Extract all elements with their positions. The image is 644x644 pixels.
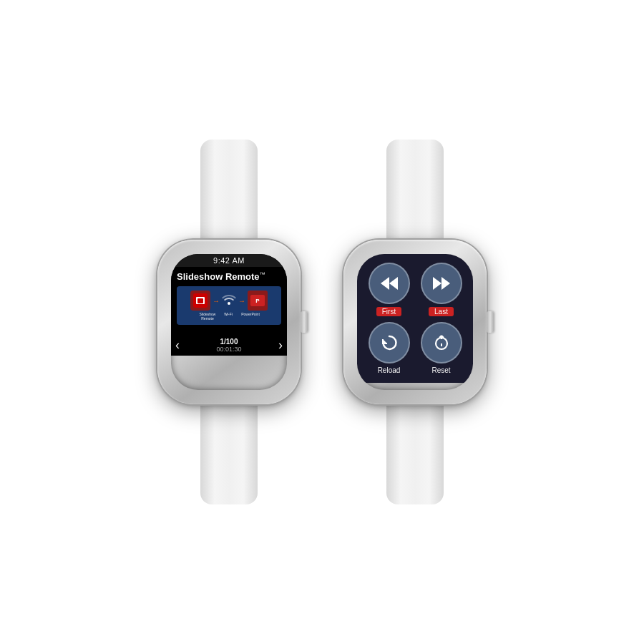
arrow-icon: →: [213, 297, 220, 305]
prev-slide-button[interactable]: ‹: [175, 338, 180, 353]
watch-case-2: First Last: [343, 240, 487, 404]
slideshow-remote-icon: [190, 291, 210, 311]
watch-crown-1: [301, 311, 308, 333]
status-time: 9:42 AM: [213, 256, 245, 265]
svg-marker-0: [381, 277, 389, 290]
status-bar: 9:42 AM: [171, 254, 287, 267]
arrow-icon-2: →: [238, 297, 245, 305]
watch-band-top-1: [200, 140, 258, 240]
watch-crown-2: [487, 311, 494, 333]
slide-timer: 00:01:30: [216, 346, 241, 353]
watch-case-1: 9:42 AM Slideshow Remote™: [157, 240, 301, 404]
watch-screen-2: First Last: [357, 254, 473, 390]
preview-labels: SlideshowRemote Wi-Fi PowerPoint: [197, 312, 260, 321]
watch-band-bottom-1: [200, 404, 258, 504]
svg-marker-2: [441, 277, 450, 290]
reset-control: Reset: [418, 322, 464, 374]
watches-container: 9:42 AM Slideshow Remote™: [157, 140, 487, 504]
svg-marker-1: [389, 277, 398, 290]
watch-2: First Last: [343, 140, 487, 504]
watch-band-bottom-2: [386, 404, 444, 504]
app-title: Slideshow Remote™: [177, 271, 281, 282]
first-button[interactable]: [369, 263, 410, 304]
last-label: Last: [429, 307, 454, 316]
reset-button[interactable]: [421, 322, 462, 364]
controls-grid: First Last: [366, 263, 464, 374]
first-label: First: [376, 307, 401, 316]
next-slide-button[interactable]: ›: [278, 338, 283, 353]
last-control: Last: [418, 263, 464, 316]
wifi-icon: [222, 293, 236, 308]
reset-label: Reset: [431, 366, 450, 374]
slide-counter: 1/100: [216, 338, 241, 346]
powerpoint-icon: P: [248, 291, 268, 311]
slide-navigation: ‹ 1/100 00:01:30 ›: [171, 335, 287, 356]
watch-band-top-2: [386, 140, 444, 240]
reload-label: Reload: [378, 366, 401, 374]
last-button[interactable]: [421, 263, 462, 304]
reload-button[interactable]: [369, 322, 410, 364]
first-control: First: [366, 263, 412, 316]
watch-1: 9:42 AM Slideshow Remote™: [157, 140, 301, 504]
watch-screen-1: 9:42 AM Slideshow Remote™: [171, 254, 287, 390]
svg-marker-3: [433, 277, 441, 290]
reload-control: Reload: [366, 322, 412, 374]
app-preview: →: [177, 286, 281, 325]
